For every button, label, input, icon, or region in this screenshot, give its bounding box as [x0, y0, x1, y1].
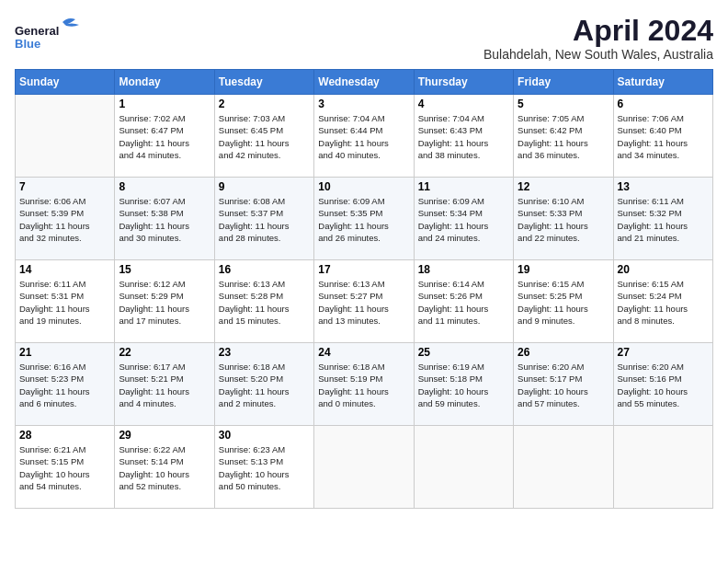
- location: Bulahdelah, New South Wales, Australia: [483, 47, 713, 62]
- calendar-cell: 20Sunrise: 6:15 AM Sunset: 5:24 PM Dayli…: [613, 260, 712, 343]
- day-number: 18: [418, 263, 509, 276]
- day-number: 9: [219, 180, 310, 193]
- day-number: 2: [219, 98, 310, 110]
- day-info: Sunrise: 6:07 AM Sunset: 5:38 PM Dayligh…: [119, 195, 210, 244]
- day-header-sunday: Sunday: [16, 70, 115, 95]
- calendar-cell: 3Sunrise: 7:04 AM Sunset: 6:44 PM Daylig…: [314, 95, 414, 178]
- week-row-2: 7Sunrise: 6:06 AM Sunset: 5:39 PM Daylig…: [16, 178, 713, 260]
- day-number: 20: [618, 263, 709, 276]
- day-number: 1: [119, 98, 210, 110]
- day-info: Sunrise: 6:23 AM Sunset: 5:13 PM Dayligh…: [219, 443, 310, 492]
- day-number: 12: [518, 180, 609, 193]
- day-info: Sunrise: 6:09 AM Sunset: 5:35 PM Dayligh…: [318, 195, 409, 244]
- calendar-cell: 19Sunrise: 6:15 AM Sunset: 5:25 PM Dayli…: [514, 260, 613, 343]
- calendar-cell: 15Sunrise: 6:12 AM Sunset: 5:29 PM Dayli…: [115, 260, 214, 343]
- day-info: Sunrise: 7:03 AM Sunset: 6:45 PM Dayligh…: [219, 112, 310, 161]
- svg-text:Blue: Blue: [15, 37, 40, 51]
- calendar-cell: 22Sunrise: 6:17 AM Sunset: 5:21 PM Dayli…: [115, 343, 214, 426]
- calendar-cell: 2Sunrise: 7:03 AM Sunset: 6:45 PM Daylig…: [214, 95, 313, 178]
- calendar-cell: [514, 426, 613, 509]
- day-number: 26: [518, 346, 609, 359]
- day-info: Sunrise: 6:14 AM Sunset: 5:26 PM Dayligh…: [418, 278, 509, 327]
- calendar-cell: 8Sunrise: 6:07 AM Sunset: 5:38 PM Daylig…: [115, 178, 214, 260]
- day-info: Sunrise: 6:19 AM Sunset: 5:18 PM Dayligh…: [418, 361, 509, 409]
- calendar-cell: [414, 426, 513, 509]
- calendar-cell: 11Sunrise: 6:09 AM Sunset: 5:34 PM Dayli…: [414, 178, 513, 260]
- day-number: 5: [518, 98, 609, 110]
- day-number: 19: [518, 263, 609, 276]
- calendar-cell: 18Sunrise: 6:14 AM Sunset: 5:26 PM Dayli…: [414, 260, 513, 343]
- day-info: Sunrise: 6:10 AM Sunset: 5:33 PM Dayligh…: [518, 195, 609, 244]
- day-number: 8: [119, 180, 210, 193]
- calendar-cell: 25Sunrise: 6:19 AM Sunset: 5:18 PM Dayli…: [414, 343, 513, 426]
- day-number: 22: [119, 346, 210, 359]
- calendar-cell: 29Sunrise: 6:22 AM Sunset: 5:14 PM Dayli…: [115, 426, 214, 509]
- day-number: 6: [618, 98, 709, 110]
- calendar-cell: 10Sunrise: 6:09 AM Sunset: 5:35 PM Dayli…: [314, 178, 414, 260]
- day-info: Sunrise: 6:13 AM Sunset: 5:27 PM Dayligh…: [318, 278, 409, 327]
- calendar-cell: [613, 426, 712, 509]
- svg-text:General: General: [15, 24, 59, 38]
- day-header-monday: Monday: [115, 70, 214, 95]
- day-info: Sunrise: 7:04 AM Sunset: 6:44 PM Dayligh…: [318, 112, 409, 161]
- day-info: Sunrise: 6:09 AM Sunset: 5:34 PM Dayligh…: [418, 195, 509, 244]
- calendar-cell: 12Sunrise: 6:10 AM Sunset: 5:33 PM Dayli…: [514, 178, 613, 260]
- day-number: 3: [318, 98, 409, 110]
- day-info: Sunrise: 6:20 AM Sunset: 5:16 PM Dayligh…: [618, 361, 709, 409]
- day-header-thursday: Thursday: [414, 70, 513, 95]
- logo: General Blue: [15, 15, 97, 52]
- calendar-cell: 5Sunrise: 7:05 AM Sunset: 6:42 PM Daylig…: [514, 95, 613, 178]
- day-number: 7: [19, 180, 110, 193]
- calendar-cell: 17Sunrise: 6:13 AM Sunset: 5:27 PM Dayli…: [314, 260, 414, 343]
- day-info: Sunrise: 6:12 AM Sunset: 5:29 PM Dayligh…: [119, 278, 210, 327]
- day-number: 28: [19, 429, 110, 442]
- week-row-1: 1Sunrise: 7:02 AM Sunset: 6:47 PM Daylig…: [16, 95, 713, 178]
- calendar-cell: 9Sunrise: 6:08 AM Sunset: 5:37 PM Daylig…: [214, 178, 313, 260]
- logo-svg: General Blue: [15, 15, 97, 52]
- day-info: Sunrise: 6:18 AM Sunset: 5:20 PM Dayligh…: [219, 361, 310, 409]
- calendar-cell: [16, 95, 115, 178]
- calendar-cell: 23Sunrise: 6:18 AM Sunset: 5:20 PM Dayli…: [214, 343, 313, 426]
- day-info: Sunrise: 6:06 AM Sunset: 5:39 PM Dayligh…: [19, 195, 110, 244]
- calendar-cell: 13Sunrise: 6:11 AM Sunset: 5:32 PM Dayli…: [613, 178, 712, 260]
- day-number: 30: [219, 429, 310, 442]
- day-number: 15: [119, 263, 210, 276]
- day-info: Sunrise: 6:11 AM Sunset: 5:32 PM Dayligh…: [618, 195, 709, 244]
- day-info: Sunrise: 6:20 AM Sunset: 5:17 PM Dayligh…: [518, 361, 609, 409]
- day-header-saturday: Saturday: [613, 70, 712, 95]
- calendar-cell: 4Sunrise: 7:04 AM Sunset: 6:43 PM Daylig…: [414, 95, 513, 178]
- day-number: 17: [318, 263, 409, 276]
- day-number: 21: [19, 346, 110, 359]
- page-header: General Blue April 2024 Bulahdelah, New …: [15, 15, 713, 62]
- day-number: 23: [219, 346, 310, 359]
- day-info: Sunrise: 6:11 AM Sunset: 5:31 PM Dayligh…: [19, 278, 110, 327]
- month-title: April 2024: [483, 15, 713, 47]
- day-info: Sunrise: 6:13 AM Sunset: 5:28 PM Dayligh…: [219, 278, 310, 327]
- day-info: Sunrise: 6:22 AM Sunset: 5:14 PM Dayligh…: [119, 443, 210, 492]
- day-info: Sunrise: 7:06 AM Sunset: 6:40 PM Dayligh…: [618, 112, 709, 161]
- day-info: Sunrise: 6:16 AM Sunset: 5:23 PM Dayligh…: [19, 361, 110, 409]
- day-info: Sunrise: 6:21 AM Sunset: 5:15 PM Dayligh…: [19, 443, 110, 492]
- day-info: Sunrise: 6:15 AM Sunset: 5:24 PM Dayligh…: [618, 278, 709, 327]
- calendar-cell: 27Sunrise: 6:20 AM Sunset: 5:16 PM Dayli…: [613, 343, 712, 426]
- calendar-cell: 26Sunrise: 6:20 AM Sunset: 5:17 PM Dayli…: [514, 343, 613, 426]
- calendar-cell: 21Sunrise: 6:16 AM Sunset: 5:23 PM Dayli…: [16, 343, 115, 426]
- day-number: 29: [119, 429, 210, 442]
- day-header-tuesday: Tuesday: [214, 70, 313, 95]
- calendar-cell: 6Sunrise: 7:06 AM Sunset: 6:40 PM Daylig…: [613, 95, 712, 178]
- calendar-cell: [314, 426, 414, 509]
- week-row-5: 28Sunrise: 6:21 AM Sunset: 5:15 PM Dayli…: [16, 426, 713, 509]
- day-info: Sunrise: 6:18 AM Sunset: 5:19 PM Dayligh…: [318, 361, 409, 409]
- days-header-row: SundayMondayTuesdayWednesdayThursdayFrid…: [16, 70, 713, 95]
- calendar-table: SundayMondayTuesdayWednesdayThursdayFrid…: [15, 69, 713, 509]
- day-header-wednesday: Wednesday: [314, 70, 414, 95]
- day-number: 14: [19, 263, 110, 276]
- day-number: 4: [418, 98, 509, 110]
- calendar-cell: 14Sunrise: 6:11 AM Sunset: 5:31 PM Dayli…: [16, 260, 115, 343]
- title-block: April 2024 Bulahdelah, New South Wales, …: [483, 15, 713, 62]
- day-number: 16: [219, 263, 310, 276]
- day-number: 11: [418, 180, 509, 193]
- calendar-cell: 16Sunrise: 6:13 AM Sunset: 5:28 PM Dayli…: [214, 260, 313, 343]
- calendar-cell: 28Sunrise: 6:21 AM Sunset: 5:15 PM Dayli…: [16, 426, 115, 509]
- day-info: Sunrise: 6:08 AM Sunset: 5:37 PM Dayligh…: [219, 195, 310, 244]
